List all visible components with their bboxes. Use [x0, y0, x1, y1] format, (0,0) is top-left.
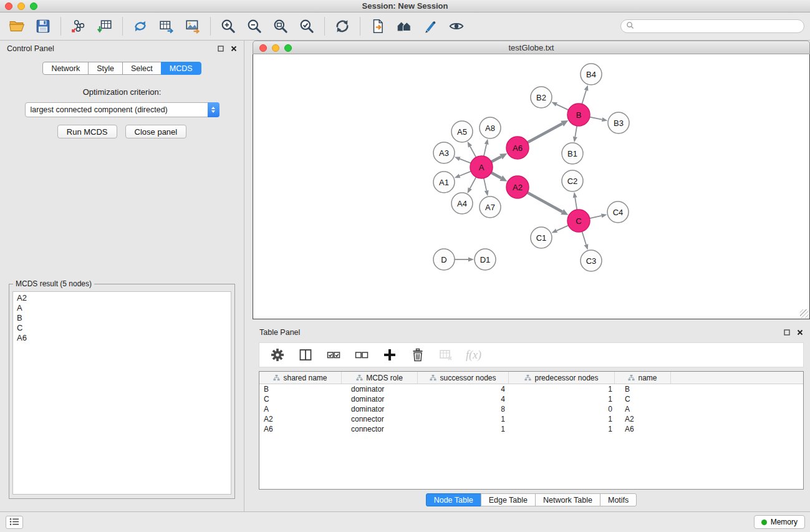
svg-text:C4: C4: [613, 208, 624, 217]
tab-node-table[interactable]: Node Table: [426, 493, 481, 506]
graph-node-A6[interactable]: A6: [506, 137, 529, 159]
svg-text:A7: A7: [485, 203, 495, 212]
result-item[interactable]: A6: [13, 333, 231, 343]
toolbar-separator: [60, 17, 61, 36]
table-row[interactable]: Adominator80A: [259, 404, 803, 414]
tab-edge-table[interactable]: Edge Table: [481, 493, 536, 506]
close-panel-button[interactable]: Close panel: [125, 125, 187, 138]
result-item[interactable]: A: [13, 303, 231, 313]
graph-node-A3[interactable]: A3: [433, 142, 455, 163]
tab-network-table[interactable]: Network Table: [535, 493, 600, 506]
search-input[interactable]: [637, 21, 804, 32]
new-network-icon[interactable]: [127, 15, 153, 37]
column-header[interactable]: MCDS role: [342, 372, 418, 384]
graph-node-C4[interactable]: C4: [607, 201, 629, 223]
add-column-icon[interactable]: [382, 347, 398, 363]
tab-network[interactable]: Network: [42, 62, 89, 75]
zoom-selected-icon[interactable]: [294, 15, 320, 37]
graph-node-C3[interactable]: C3: [581, 250, 602, 271]
graph-node-D[interactable]: D: [433, 249, 455, 270]
mcds-result-list[interactable]: A2ABCA6: [12, 291, 231, 495]
table-cell: A6: [615, 424, 671, 434]
memory-button[interactable]: Memory: [754, 515, 805, 529]
graph-node-A[interactable]: A: [470, 156, 493, 178]
tab-select[interactable]: Select: [122, 62, 162, 75]
show-columns-icon[interactable]: [297, 347, 314, 363]
table-row[interactable]: A2connector11A2: [259, 414, 803, 424]
network-overview-icon[interactable]: [391, 15, 417, 37]
graph-node-B1[interactable]: B1: [562, 143, 583, 164]
graph-node-A4[interactable]: A4: [451, 193, 473, 214]
table-cell: 1: [418, 424, 509, 434]
column-header[interactable]: predecessor nodes: [509, 372, 615, 384]
optimization-criterion-label: Optimization criterion:: [0, 87, 244, 97]
close-panel-icon[interactable]: [231, 46, 237, 52]
export-table-icon[interactable]: [153, 15, 180, 37]
table-panel-title: Table Panel: [253, 328, 300, 337]
show-hide-details-icon[interactable]: [443, 15, 470, 37]
graph-node-B2[interactable]: B2: [531, 87, 552, 108]
graph-node-A7[interactable]: A7: [480, 196, 501, 218]
import-table-icon[interactable]: [92, 15, 118, 37]
tab-motifs[interactable]: Motifs: [600, 493, 637, 506]
toolbar-separator: [360, 17, 360, 36]
graph-node-A5[interactable]: A5: [451, 121, 473, 142]
table-row[interactable]: A6connector11A6: [259, 424, 803, 434]
table-row[interactable]: Cdominator41C: [259, 394, 803, 404]
graph-node-C[interactable]: C: [567, 210, 590, 232]
zoom-in-icon[interactable]: [215, 15, 241, 37]
import-network-icon[interactable]: [65, 15, 92, 37]
run-mcds-button[interactable]: Run MCDS: [57, 125, 117, 138]
svg-text:C1: C1: [536, 233, 547, 243]
column-header[interactable]: shared name: [259, 372, 342, 384]
search-box[interactable]: [620, 19, 804, 33]
column-header[interactable]: name: [615, 372, 671, 384]
select-all-icon[interactable]: [325, 347, 342, 363]
network-canvas[interactable]: B4B2BB3A5A8A6B1A3AC2A1A2A4A7CC4C1C3DD1: [253, 54, 810, 319]
zoom-out-icon[interactable]: [241, 15, 268, 37]
show-panels-button[interactable]: [6, 516, 23, 529]
table-filler-cell: [671, 384, 803, 394]
table-cell: 8: [418, 404, 509, 414]
network-graph[interactable]: B4B2BB3A5A8A6B1A3AC2A1A2A4A7CC4C1C3DD1: [253, 54, 809, 319]
float-table-panel-icon[interactable]: [784, 329, 790, 336]
float-panel-icon[interactable]: [218, 46, 224, 52]
result-item[interactable]: C: [13, 323, 231, 333]
search-icon: [626, 21, 634, 32]
result-item[interactable]: B: [13, 313, 231, 323]
open-session-icon[interactable]: [4, 15, 30, 37]
delete-column-icon[interactable]: [410, 347, 426, 363]
optimization-criterion-dropdown[interactable]: largest connected component (directed): [25, 102, 219, 117]
apply-layout-icon[interactable]: [329, 15, 355, 37]
zoom-fit-icon[interactable]: [268, 15, 294, 37]
export-image-icon[interactable]: [180, 15, 206, 37]
resize-handle-icon[interactable]: [800, 309, 809, 318]
unselect-all-icon[interactable]: [354, 347, 370, 363]
graph-node-A2[interactable]: A2: [506, 176, 529, 198]
save-session-icon[interactable]: [30, 15, 56, 37]
graph-node-B3[interactable]: B3: [608, 112, 629, 133]
style-brush-icon[interactable]: [417, 15, 443, 37]
mcds-result-title: MCDS result (5 nodes): [13, 279, 94, 288]
tab-mcds[interactable]: MCDS: [161, 62, 201, 75]
right-region: testGlobe.txt B4B2BB3A5A8A6B1A3AC2A1A2A4…: [244, 41, 810, 511]
table-cell: connector: [342, 414, 418, 424]
status-bar: Memory: [0, 511, 810, 532]
graph-node-B4[interactable]: B4: [581, 64, 602, 85]
table-cell: dominator: [342, 404, 418, 414]
graph-node-A8[interactable]: A8: [480, 117, 501, 138]
toolbar-separator: [122, 17, 123, 36]
graph-node-C1[interactable]: C1: [531, 227, 552, 248]
graph-node-B[interactable]: B: [567, 104, 590, 126]
graph-node-A1[interactable]: A1: [433, 172, 455, 193]
graph-node-C2[interactable]: C2: [562, 170, 583, 191]
column-header[interactable]: successor nodes: [418, 372, 509, 384]
graph-node-D1[interactable]: D1: [475, 249, 496, 270]
close-table-panel-icon[interactable]: [797, 329, 803, 336]
open-document-icon[interactable]: [365, 15, 391, 37]
settings-gear-icon[interactable]: [269, 347, 286, 363]
tab-style[interactable]: Style: [88, 62, 123, 75]
result-item[interactable]: A2: [13, 293, 231, 303]
table-row[interactable]: Bdominator41B: [259, 384, 803, 394]
table-filler-cell: [671, 394, 803, 404]
